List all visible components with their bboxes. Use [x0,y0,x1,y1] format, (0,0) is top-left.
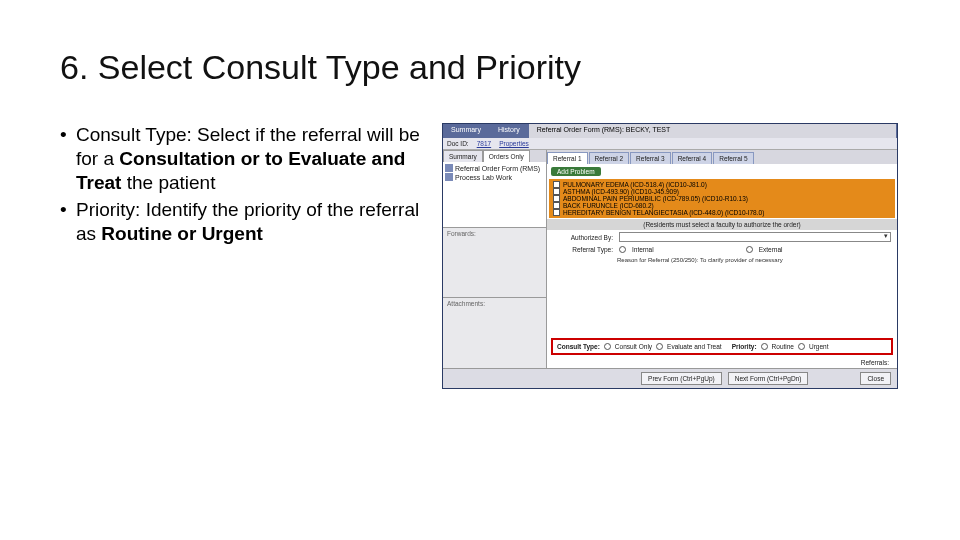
attachments-label: Attachments: [443,298,546,309]
problem-row[interactable]: ABDOMINAL PAIN PERIUMBILIC (ICD-789.05) … [551,195,893,202]
external-label: External [759,246,783,253]
tab-referral-2[interactable]: Referral 2 [589,152,630,164]
routine-label: Routine [772,343,794,350]
tab-referral-1[interactable]: Referral 1 [547,152,588,164]
radio-internal[interactable] [619,246,626,253]
docid-value[interactable]: 7817 [477,140,491,147]
tab-referral-4[interactable]: Referral 4 [672,152,713,164]
checkbox-icon[interactable] [553,209,560,216]
bullet-1: Consult Type: Select if the referral wil… [76,123,420,194]
authorized-by-label: Authorized By: [553,234,613,241]
add-problem-button[interactable]: Add Problem [551,167,601,176]
list-item[interactable]: Referral Order Form (RMS) [445,164,544,172]
subtab-summary[interactable]: Summary [443,150,483,162]
forwards-label: Forwards: [443,228,546,239]
evaluate-treat-label: Evaluate and Treat [667,343,722,350]
internal-label: Internal [632,246,654,253]
consult-type-label: Consult Type: [557,343,600,350]
radio-evaluate-treat[interactable] [656,343,663,350]
checkbox-icon[interactable] [553,202,560,209]
prev-form-button[interactable]: Prev Form (Ctrl+PgUp) [641,372,722,385]
checkbox-icon[interactable] [553,181,560,188]
reason-text: Reason for Referral (250/250): To clarif… [547,255,897,266]
residents-note: (Residents must select a faculty to auth… [547,219,897,230]
next-form-button[interactable]: Next Form (Ctrl+PgDn) [728,372,809,385]
checkbox-icon[interactable] [553,195,560,202]
tab-summary[interactable]: Summary [443,124,490,138]
authorized-by-dropdown[interactable] [619,232,891,242]
problem-row[interactable]: PULMONARY EDEMA (ICD-518.4) (ICD10-J81.0… [551,181,893,188]
subtab-orders-only[interactable]: Orders Only [483,150,530,162]
checkbox-icon[interactable] [553,188,560,195]
properties-link[interactable]: Properties [499,140,529,147]
priority-label: Priority: [732,343,757,350]
tab-history[interactable]: History [490,124,529,138]
problem-row[interactable]: BACK FURUNCLE (ICD-680.2) [551,202,893,209]
radio-external[interactable] [746,246,753,253]
tab-referral-3[interactable]: Referral 3 [630,152,671,164]
consult-only-label: Consult Only [615,343,652,350]
form-icon [445,173,453,181]
problem-row[interactable]: ASTHMA (ICD-493.90) (ICD10-J45.909) [551,188,893,195]
form-icon [445,164,453,172]
radio-routine[interactable] [761,343,768,350]
tab-referral-5[interactable]: Referral 5 [713,152,754,164]
slide-title: 6. Select Consult Type and Priority [60,48,900,87]
close-button[interactable]: Close [860,372,891,385]
bullet-2: Priority: Identify the priority of the r… [76,198,420,246]
form-title-bar: Referral Order Form (RMS): BECKY, TEST [529,124,897,138]
bullet-icon: • [60,123,76,194]
bullet-list: • Consult Type: Select if the referral w… [60,123,420,389]
list-item[interactable]: Process Lab Work [445,173,544,181]
urgent-label: Urgent [809,343,829,350]
bullet-icon: • [60,198,76,246]
app-screenshot: Summary History Referral Order Form (RMS… [442,123,898,389]
radio-urgent[interactable] [798,343,805,350]
docid-label: Doc ID: [447,140,469,147]
referrals-label: Referrals: [547,357,897,368]
problem-row[interactable]: HEREDITARY BENIGN TELANGIECTASIA (ICD-44… [551,209,893,216]
consult-priority-box: Consult Type: Consult Only Evaluate and … [551,338,893,355]
radio-consult-only[interactable] [604,343,611,350]
referral-type-label: Referral Type: [553,246,613,253]
